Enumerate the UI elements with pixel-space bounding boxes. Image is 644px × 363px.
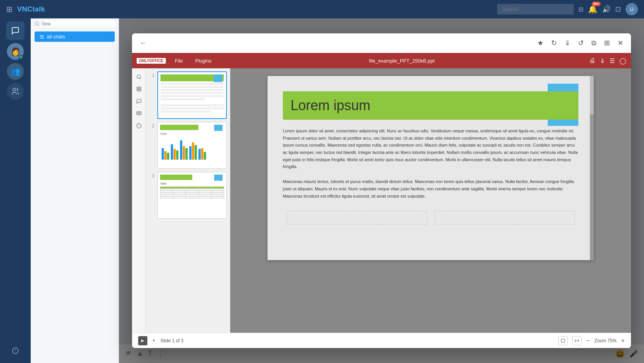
app-logo: VNCtalk [17,5,45,13]
slide-placeholders [283,211,578,224]
fit-width-button[interactable] [572,336,581,345]
grid-view-button[interactable]: ⊞ [603,37,611,49]
all-chats-tab[interactable]: all chats [35,31,115,42]
file-menu-item[interactable]: File [172,56,186,65]
chart-bars [160,137,224,160]
back-button[interactable]: ← [138,38,148,49]
main-layout: 👩 👥 [0,18,644,363]
bookmark-button[interactable]: ★ [536,37,545,49]
svg-rect-13 [137,89,138,91]
zoom-out-button[interactable]: − [586,337,590,344]
zoom-level-label: Zoom 75% [594,338,617,343]
thumb-preview-2[interactable]: Chart [157,122,227,169]
slide-number-3: 3 [149,173,154,178]
sidebar-group-icon[interactable] [7,83,24,100]
close-button[interactable]: ✕ [616,37,625,49]
slide-body-paragraph-2: Maecenas mauris lectus, lobortis et puru… [283,178,578,200]
play-button[interactable]: ▶ [138,336,147,345]
chart-label: Chart [160,132,224,135]
document-status-bar: ▶ ▼ Slide 1 of 3 [132,333,631,348]
filter-icon[interactable]: ⊟ [578,6,583,13]
layout-icon[interactable]: ⊡ [615,5,621,13]
grid-icon[interactable]: ⊞ [6,5,13,14]
svg-line-10 [140,78,141,79]
svg-rect-12 [139,87,141,89]
main-slide-area: Lorem ipsum Lorem ipsum dolor sit amet, … [230,68,631,333]
slide-placeholder-2 [434,211,575,224]
slide-number-1: 1 [149,73,154,78]
slide-thumbnail-1[interactable]: 1 [149,71,227,119]
chat-search-row [31,18,119,29]
fit-page-button[interactable] [558,336,568,345]
slide-main-title: Lorem ipsum [291,97,571,114]
thumb-preview-1[interactable] [157,71,227,119]
sidebar-avatar-user1[interactable]: 👩 [7,43,24,60]
slide-container: Lorem ipsum Lorem ipsum dolor sit amet, … [268,76,594,260]
notification-badge: 99+ [592,2,601,6]
zoom-in-button[interactable]: + [621,337,625,344]
slide-body-paragraph-1: Lorem ipsum dolor sit amet, consectetur … [283,127,578,170]
slide-info-label: Slide 1 of 3 [160,338,183,343]
modal-toolbar: ← ★ ↻ ⇓ ↺ ⧉ ⊞ ✕ [132,33,631,53]
logo-vnc: VNC [17,5,33,13]
thumb-list-icon[interactable] [134,84,144,94]
play-dropdown-icon[interactable]: ▼ [152,338,156,343]
online-status-dot [19,55,23,59]
slide-number-2: 2 [149,124,154,128]
svg-point-9 [137,75,140,78]
onlyoffice-header: ONLYOFFICE File Plugins file_example_PPT… [132,53,631,68]
onlyoffice-logo: ONLYOFFICE [137,58,166,64]
modal-overlay: ← ★ ↻ ⇓ ↺ ⧉ ⊞ ✕ ONLYOFFICE File Plugins … [119,18,644,363]
svg-point-0 [13,88,16,91]
sidebar-avatar-user2[interactable]: 👥 [7,63,24,80]
svg-point-4 [35,22,39,25]
thumb-preview-3[interactable]: Table [157,172,227,219]
oo-download-icon[interactable]: ⇓ [600,57,605,64]
chat-search-input[interactable] [42,21,115,26]
oo-right-icons: 🖨 ⇓ ☰ ◯ [589,57,626,64]
search-input[interactable] [497,4,574,15]
slide-placeholder-1 [287,211,427,224]
slide-thumbnail-3[interactable]: 3 Table [149,172,227,219]
thumb-table-icon[interactable] [134,108,144,119]
user-avatar[interactable]: U [626,3,638,15]
left-sidebar: 👩 👥 [0,18,31,363]
oo-settings-icon[interactable]: ☰ [609,57,615,64]
oo-user-icon[interactable]: ◯ [619,57,626,64]
content-area: ← ★ ↻ ⇓ ↺ ⧉ ⊞ ✕ ONLYOFFICE File Plugins … [119,18,644,363]
slide-thumbnail-2[interactable]: 2 Chart [149,122,227,169]
undo-button[interactable]: ↻ [550,37,558,49]
thumb-info-icon[interactable] [134,120,144,131]
oo-print-icon[interactable]: 🖨 [589,57,595,64]
notification-button[interactable]: 🔔 99+ [588,5,598,14]
download-button[interactable]: ⇓ [563,37,572,49]
copy-button[interactable]: ⧉ [590,38,598,49]
chat-list-icon [39,34,45,40]
plugins-menu-item[interactable]: Plugins [192,56,215,65]
table-label: Table [160,182,224,185]
document-viewer-modal: ← ★ ↻ ⇓ ↺ ⧉ ⊞ ✕ ONLYOFFICE File Plugins … [132,33,631,348]
top-nav-bar: ⊞ VNCtalk ⊟ 🔔 99+ 🔊 ⊡ U [0,0,644,18]
volume-icon[interactable]: 🔊 [602,5,611,13]
forward-button[interactable]: ↺ [576,37,585,49]
svg-line-5 [38,25,39,25]
scroll-indicator[interactable] [590,76,594,260]
scroll-thumb[interactable] [590,76,594,114]
bell-icon: 🔔 [588,5,598,13]
all-chats-label: all chats [47,34,65,40]
svg-rect-21 [561,339,565,342]
document-filename: file_example_PPT_250kB.ppt [221,58,583,64]
slide-title-bar: Lorem ipsum [283,91,578,120]
chat-search-icon [35,21,40,26]
thumb-search-icon[interactable] [134,71,144,82]
logo-talk: talk [33,5,45,13]
thumbnails-panel: 1 [146,68,230,333]
svg-rect-14 [139,89,141,91]
chat-panel: all chats [31,18,119,363]
thumb-chat-icon[interactable] [134,96,144,107]
sidebar-item-chat[interactable] [6,21,25,40]
document-body: 1 [132,68,631,333]
svg-rect-11 [137,87,138,89]
thumbnail-toolbar [132,68,146,333]
sidebar-item-info[interactable] [6,342,25,360]
